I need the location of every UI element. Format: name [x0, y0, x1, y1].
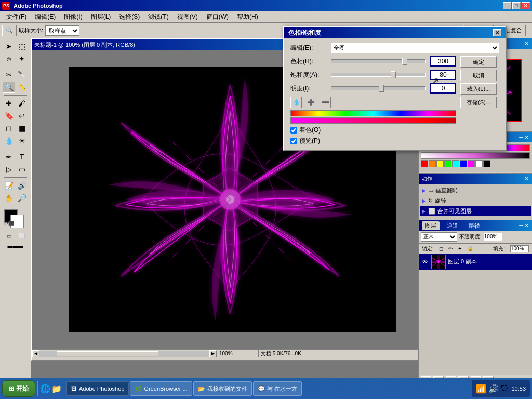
hue-input[interactable]: [430, 56, 456, 66]
eraser-tool[interactable]: ◻: [3, 123, 15, 134]
swatch-cyan[interactable]: [452, 160, 459, 167]
brightness-input[interactable]: [430, 83, 456, 94]
layer-item-0[interactable]: 👁: [419, 254, 532, 270]
ok-button[interactable]: 确定: [460, 56, 497, 68]
history-brush-tool[interactable]: ↩: [16, 110, 28, 122]
tab-paths[interactable]: 路径: [466, 221, 483, 230]
menu-view[interactable]: 视图(V): [173, 11, 202, 22]
zoom-tool[interactable]: 🔎: [16, 192, 28, 204]
swatch-blue[interactable]: [460, 160, 467, 167]
audio-annotation-tool[interactable]: 🔊: [16, 180, 28, 191]
taskbar-chat[interactable]: 💬 与 在水一方: [253, 381, 302, 396]
brightness-slider[interactable]: [331, 83, 426, 94]
gradient-tool[interactable]: ▦: [16, 123, 28, 134]
saturation-slider[interactable]: [331, 70, 426, 80]
layer-visibility-toggle[interactable]: 👁: [421, 258, 429, 266]
preview-checkbox[interactable]: [290, 138, 297, 144]
quickmask-mode-btn[interactable]: ⬜: [16, 231, 28, 241]
measure-tool[interactable]: 📏: [16, 82, 28, 93]
eyedropper-tool[interactable]: 🔍: [3, 82, 15, 93]
swatch-black[interactable]: [483, 160, 490, 167]
default-colors-btn[interactable]: ⬛: [8, 221, 14, 226]
horizontal-scrollbar[interactable]: ◀ ▶ 100% 文档:5.0K/76...0K: [32, 349, 418, 357]
save-button[interactable]: 存储(S)...: [460, 97, 497, 108]
brush-tool[interactable]: 🖌: [16, 98, 28, 109]
taskbar-greenbrowser[interactable]: 🌿 GreenBrowser ...: [130, 381, 192, 396]
swatch-magenta[interactable]: [468, 160, 475, 167]
action-flip-vertical[interactable]: ▶ ▭ 垂直翻转: [420, 185, 531, 195]
edit-channel-select[interactable]: 全图 红色 黄色 绿色 青色 蓝色 洋红: [331, 43, 499, 53]
menu-select[interactable]: 选择(S): [115, 11, 144, 22]
lock-paint[interactable]: ✏: [448, 246, 453, 251]
sample-size-select[interactable]: 取样点 3x3平均 5x5平均: [45, 25, 79, 36]
blend-mode-select[interactable]: 正常 溶解 变暗 正片叠底: [421, 232, 457, 242]
quick-launch-ie[interactable]: 🌐: [40, 384, 50, 394]
swatch-red[interactable]: [421, 160, 428, 167]
nav-panel-close[interactable]: ✕: [524, 41, 529, 47]
opacity-input[interactable]: [484, 233, 502, 241]
menu-help[interactable]: 帮助(H): [233, 11, 262, 22]
shape-tool[interactable]: ▭: [16, 164, 28, 175]
lock-all[interactable]: 🔒: [467, 246, 473, 251]
taskbar-files[interactable]: 📂 我接收到的文件: [193, 381, 252, 396]
app-maximize-btn[interactable]: □: [512, 2, 521, 9]
action-merge-visible[interactable]: ▶ ⬜ 合并可见图层: [420, 206, 531, 216]
layers-minimize[interactable]: ─: [519, 222, 523, 229]
screen-mode-btn[interactable]: ▬▬▬: [4, 242, 27, 250]
move-tool[interactable]: ➤: [3, 41, 15, 52]
heal-tool[interactable]: ✚: [3, 98, 15, 109]
fill-input[interactable]: [510, 245, 529, 252]
layers-close[interactable]: ✕: [524, 222, 529, 229]
menu-filter[interactable]: 滤镜(T): [144, 11, 172, 22]
add-sample-btn[interactable]: ➕: [305, 97, 316, 108]
tray-security[interactable]: 🛡: [501, 384, 509, 393]
eyedropper-tool-btn[interactable]: 🔍: [2, 25, 17, 36]
nav-panel-minimize[interactable]: ─: [519, 41, 523, 47]
taskbar-photoshop[interactable]: 🖼 Adobe Photoshop: [66, 381, 129, 396]
crop-tool[interactable]: ✂: [3, 69, 15, 81]
swatch-green[interactable]: [444, 160, 451, 167]
quick-launch-folder[interactable]: 📁: [51, 384, 62, 394]
selection-path-tool[interactable]: ▷: [3, 164, 15, 175]
lock-transparent[interactable]: ◻: [439, 246, 443, 251]
load-button[interactable]: 载入(L)...: [460, 83, 497, 95]
menu-image[interactable]: 图像(I): [60, 11, 86, 22]
sample-eyedropper-btn[interactable]: 💧: [290, 97, 302, 108]
hand-tool[interactable]: ✋: [3, 192, 15, 204]
tab-channels[interactable]: 通道: [444, 221, 461, 230]
swap-colors-btn[interactable]: ⇄: [4, 221, 8, 226]
colorize-checkbox[interactable]: [290, 127, 297, 134]
blur-tool[interactable]: 💧: [3, 135, 15, 147]
tray-network[interactable]: 📶: [476, 384, 486, 394]
tray-volume[interactable]: 🔊: [488, 384, 499, 394]
color-panel-close[interactable]: ✕: [524, 134, 529, 141]
tab-layers[interactable]: 图层: [422, 221, 440, 230]
dialog-close-btn[interactable]: ✕: [493, 29, 501, 36]
swatch-white[interactable]: [475, 160, 483, 167]
slice-tool[interactable]: 🔪: [16, 69, 28, 81]
saturation-input[interactable]: [430, 70, 456, 80]
app-close-btn[interactable]: ✕: [522, 2, 530, 9]
color-panel-minimize[interactable]: ─: [519, 134, 523, 141]
menu-window[interactable]: 窗口(W): [202, 11, 233, 22]
menu-file[interactable]: 文件(F): [2, 11, 31, 22]
type-tool[interactable]: T: [16, 151, 28, 163]
dodge-tool[interactable]: ☀: [16, 135, 28, 147]
swatch-orange[interactable]: [429, 160, 436, 167]
menu-layer[interactable]: 图层(L): [87, 11, 115, 22]
selection-tool[interactable]: ⬚: [16, 41, 28, 52]
start-button[interactable]: ⊞ 开始: [2, 380, 35, 397]
actions-minimize[interactable]: ─: [519, 176, 523, 182]
swatch-yellow[interactable]: [436, 160, 444, 167]
magic-wand-tool[interactable]: ✦: [16, 53, 28, 64]
cancel-button[interactable]: 取消: [460, 70, 497, 81]
stamp-tool[interactable]: 🔖: [3, 110, 15, 122]
hue-slider[interactable]: [331, 56, 426, 66]
standard-mode-btn[interactable]: ▭: [4, 231, 15, 241]
remove-sample-btn[interactable]: ➖: [320, 97, 331, 108]
actions-close[interactable]: ✕: [524, 176, 529, 182]
lasso-tool[interactable]: ⌾: [3, 53, 15, 64]
app-minimize-btn[interactable]: ─: [503, 2, 511, 9]
notes-tool[interactable]: 📝: [3, 180, 15, 191]
pen-tool[interactable]: ✒: [3, 151, 15, 163]
